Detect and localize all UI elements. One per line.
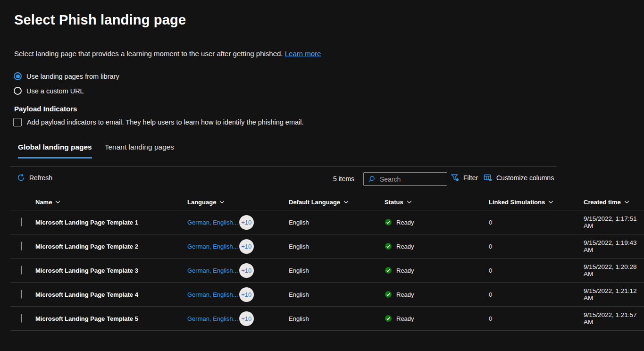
row-default-language: English xyxy=(289,243,385,250)
column-header-linked-simulations[interactable]: Linked Simulations xyxy=(489,199,584,206)
search-box xyxy=(363,172,447,186)
language-overflow-badge[interactable]: +10 xyxy=(239,311,254,326)
payload-indicators-checkbox[interactable] xyxy=(13,118,22,126)
row-checkbox[interactable] xyxy=(21,266,22,275)
row-linked-simulations: 0 xyxy=(489,267,584,274)
language-link[interactable]: German, English... xyxy=(187,291,238,298)
language-link[interactable]: German, English... xyxy=(187,267,238,274)
status-badge: Ready xyxy=(396,267,414,274)
language-overflow-badge[interactable]: +10 xyxy=(239,263,254,278)
radio-custom-url[interactable]: Use a custom URL xyxy=(14,84,119,98)
row-linked-simulations: 0 xyxy=(489,243,584,250)
payload-indicators-heading: Payload Indicators xyxy=(14,105,77,113)
filter-button[interactable]: Filter xyxy=(451,174,478,182)
language-link[interactable]: German, English... xyxy=(187,219,238,226)
search-icon xyxy=(368,176,375,183)
row-name: Microsoft Landing Page Template 3 xyxy=(35,267,187,274)
row-created-time: 9/15/2022, 1:20:28 AM xyxy=(584,263,644,277)
column-header-default-language[interactable]: Default Language xyxy=(289,199,385,206)
row-name: Microsoft Landing Page Template 1 xyxy=(35,219,187,226)
row-default-language: English xyxy=(289,291,385,298)
check-circle-icon xyxy=(385,267,392,274)
landing-pages-table: Microsoft Landing Page Template 1 German… xyxy=(10,210,644,331)
row-default-language: English xyxy=(289,219,385,226)
radio-use-library-label: Use landing pages from library xyxy=(26,73,119,80)
row-created-time: 9/15/2022, 1:21:12 AM xyxy=(584,287,644,301)
landing-pages-tablist: Global landing pages Tenant landing page… xyxy=(18,143,174,159)
payload-indicators-label: Add payload indicators to email. They he… xyxy=(27,118,304,126)
row-name: Microsoft Landing Page Template 4 xyxy=(35,291,187,298)
language-overflow-badge[interactable]: +10 xyxy=(239,215,254,230)
row-created-time: 9/15/2022, 1:19:43 AM xyxy=(584,239,644,253)
column-header-status[interactable]: Status xyxy=(385,199,489,206)
toolbar-divider xyxy=(10,166,557,167)
table-row[interactable]: Microsoft Landing Page Template 5 German… xyxy=(10,307,644,331)
status-badge: Ready xyxy=(396,315,414,322)
column-header-name[interactable]: Name xyxy=(35,199,187,206)
row-checkbox[interactable] xyxy=(21,314,22,323)
column-header-created-time[interactable]: Created time xyxy=(584,199,644,206)
chevron-down-icon xyxy=(219,201,225,204)
refresh-button[interactable]: Refresh xyxy=(17,174,52,182)
language-overflow-badge[interactable]: +10 xyxy=(239,239,254,254)
row-linked-simulations: 0 xyxy=(489,219,584,226)
select-phish-landing-page-panel: Select Phish landing page Select landing… xyxy=(0,0,644,351)
radio-unselected-icon xyxy=(14,87,22,95)
column-header-language[interactable]: Language xyxy=(187,199,289,206)
radio-selected-icon xyxy=(14,72,22,80)
table-row[interactable]: Microsoft Landing Page Template 3 German… xyxy=(10,259,644,283)
row-linked-simulations: 0 xyxy=(489,291,584,298)
customize-columns-icon xyxy=(484,174,492,182)
check-circle-icon xyxy=(385,291,392,298)
row-linked-simulations: 0 xyxy=(489,315,584,322)
refresh-icon xyxy=(17,174,25,182)
table-row[interactable]: Microsoft Landing Page Template 1 German… xyxy=(10,210,644,234)
radio-custom-url-label: Use a custom URL xyxy=(26,87,84,95)
chevron-down-icon xyxy=(624,201,629,204)
row-default-language: English xyxy=(289,315,385,322)
row-name: Microsoft Landing Page Template 5 xyxy=(35,315,187,322)
check-circle-icon xyxy=(385,218,392,226)
learn-more-link[interactable]: Learn more xyxy=(285,50,321,58)
filter-label: Filter xyxy=(463,174,478,182)
language-link[interactable]: German, English... xyxy=(187,315,238,322)
row-checkbox[interactable] xyxy=(21,242,22,251)
landing-page-source-radio-group: Use landing pages from library Use a cus… xyxy=(14,69,119,98)
check-circle-icon xyxy=(385,315,392,322)
chevron-down-icon xyxy=(55,201,60,204)
status-badge: Ready xyxy=(396,291,414,298)
page-description: Select landing page that provides a lear… xyxy=(14,50,321,58)
row-checkbox[interactable] xyxy=(21,290,22,299)
chevron-down-icon xyxy=(407,201,412,204)
language-link[interactable]: German, English... xyxy=(187,243,238,250)
status-badge: Ready xyxy=(396,243,414,250)
table-row[interactable]: Microsoft Landing Page Template 4 German… xyxy=(10,283,644,307)
description-text: Select landing page that provides a lear… xyxy=(14,50,283,58)
table-row[interactable]: Microsoft Landing Page Template 2 German… xyxy=(10,234,644,259)
language-overflow-badge[interactable]: +10 xyxy=(239,287,254,302)
refresh-label: Refresh xyxy=(29,174,52,182)
row-default-language: English xyxy=(289,267,385,274)
status-badge: Ready xyxy=(396,219,414,226)
row-created-time: 9/15/2022, 1:17:51 AM xyxy=(584,215,644,229)
tab-global-landing-pages[interactable]: Global landing pages xyxy=(18,143,92,159)
customize-columns-button[interactable]: Customize columns xyxy=(484,174,554,182)
chevron-down-icon xyxy=(343,201,349,204)
row-checkbox[interactable] xyxy=(21,217,22,226)
row-name: Microsoft Landing Page Template 2 xyxy=(35,243,187,250)
customize-columns-label: Customize columns xyxy=(496,174,554,182)
table-header-row: Name Language Default Language Status Li… xyxy=(10,194,644,210)
tab-tenant-landing-pages[interactable]: Tenant landing pages xyxy=(105,143,174,159)
radio-use-library[interactable]: Use landing pages from library xyxy=(14,69,119,84)
page-title: Select Phish landing page xyxy=(14,12,186,28)
chevron-down-icon xyxy=(548,201,553,204)
row-created-time: 9/15/2022, 1:21:57 AM xyxy=(584,311,644,326)
check-circle-icon xyxy=(385,242,392,250)
items-count: 5 items xyxy=(333,175,354,183)
filter-icon xyxy=(451,174,459,182)
payload-indicators-option: Add payload indicators to email. They he… xyxy=(13,118,304,126)
search-input[interactable] xyxy=(379,175,437,184)
